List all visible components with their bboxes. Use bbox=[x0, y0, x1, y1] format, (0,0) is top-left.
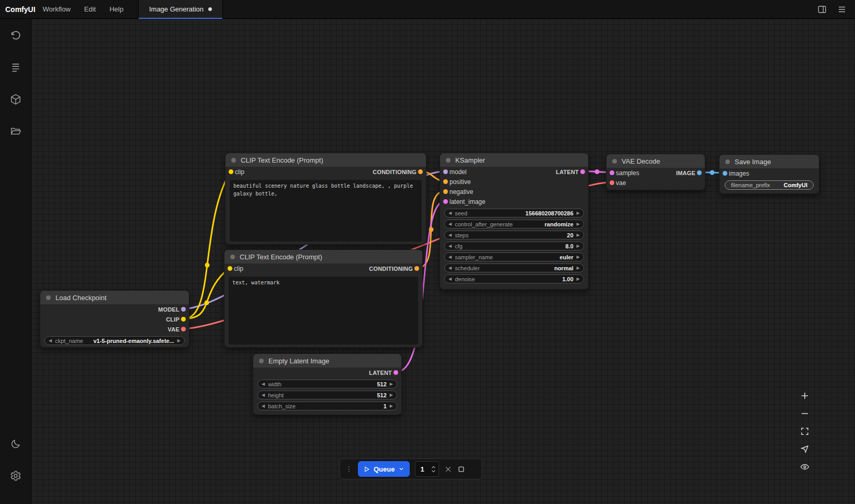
menu-edit[interactable]: Edit bbox=[84, 5, 96, 13]
node-clip-text-encode-negative[interactable]: CLIP Text Encode (Prompt) clip CONDITION… bbox=[224, 249, 423, 348]
port-positive-input[interactable] bbox=[443, 179, 448, 184]
next-value-icon[interactable]: ▶ bbox=[577, 244, 580, 248]
prev-value-icon[interactable]: ◀ bbox=[448, 277, 452, 281]
node-header[interactable]: VAE Decode bbox=[606, 154, 705, 168]
port-latent-image-input[interactable] bbox=[443, 199, 448, 204]
zoom-in-icon[interactable] bbox=[796, 388, 813, 404]
prev-value-icon[interactable]: ◀ bbox=[49, 339, 52, 343]
node-header[interactable]: Empty Latent Image bbox=[253, 354, 401, 368]
settings-gear-icon[interactable] bbox=[5, 465, 26, 486]
tab-image-generation[interactable]: Image Generation bbox=[138, 0, 223, 19]
port-images-input[interactable] bbox=[723, 171, 727, 176]
menu-workflow[interactable]: Workflow bbox=[43, 5, 71, 13]
widget-seed[interactable]: ◀ seed 156680208700286 ▶ bbox=[444, 209, 584, 217]
collapse-dot[interactable] bbox=[446, 158, 451, 163]
fit-view-icon[interactable] bbox=[796, 423, 813, 439]
zoom-out-icon[interactable] bbox=[796, 406, 813, 421]
widget-scheduler[interactable]: ◀ scheduler normal ▶ bbox=[444, 264, 584, 272]
step-down-icon[interactable] bbox=[431, 469, 436, 473]
collapse-dot[interactable] bbox=[259, 359, 264, 363]
prompt-textarea[interactable]: text, watermark bbox=[229, 277, 418, 345]
widget-control-after-generate[interactable]: ◀ control_after_generate randomize ▶ bbox=[444, 220, 584, 228]
widget-batch-size[interactable]: ◀ batch_size 1 ▶ bbox=[257, 402, 397, 410]
widget-width[interactable]: ◀ width 512 ▶ bbox=[257, 380, 397, 388]
prev-value-icon[interactable]: ◀ bbox=[262, 382, 265, 386]
widget-sampler-name[interactable]: ◀ sampler_name euler ▶ bbox=[444, 253, 584, 261]
port-latent-output[interactable] bbox=[393, 370, 398, 375]
node-save-image[interactable]: Save Image images filename_prefix ComfyU… bbox=[719, 154, 819, 194]
next-value-icon[interactable]: ▶ bbox=[577, 222, 580, 226]
widget-steps[interactable]: ◀ steps 20 ▶ bbox=[444, 231, 584, 239]
port-vae-input[interactable] bbox=[610, 180, 614, 185]
step-up-icon[interactable] bbox=[431, 465, 436, 469]
port-conditioning-output[interactable] bbox=[414, 266, 419, 271]
node-empty-latent-image[interactable]: Empty Latent Image LATENT ◀ width 512 ▶ … bbox=[253, 353, 402, 415]
theme-toggle-icon[interactable] bbox=[5, 433, 26, 454]
workflows-folder-icon[interactable] bbox=[5, 121, 26, 142]
chevron-down-icon[interactable] bbox=[398, 466, 404, 472]
next-value-icon[interactable]: ▶ bbox=[390, 393, 393, 397]
node-header[interactable]: Load Checkpoint bbox=[40, 291, 189, 304]
next-value-icon[interactable]: ▶ bbox=[577, 255, 580, 259]
toggle-minimap-eye-icon[interactable] bbox=[796, 459, 813, 475]
next-value-icon[interactable]: ▶ bbox=[577, 211, 580, 215]
cancel-run-icon[interactable] bbox=[444, 465, 452, 473]
node-header[interactable]: KSampler bbox=[440, 153, 588, 167]
prev-value-icon[interactable]: ◀ bbox=[448, 233, 452, 237]
queue-button[interactable]: Queue bbox=[358, 461, 410, 477]
prev-value-icon[interactable]: ◀ bbox=[448, 211, 452, 215]
port-negative-input[interactable] bbox=[443, 189, 448, 194]
node-load-checkpoint[interactable]: Load Checkpoint MODEL CLIP VAE ◀ ckpt_na… bbox=[40, 290, 189, 348]
node-templates-icon[interactable] bbox=[5, 57, 26, 78]
node-header[interactable]: CLIP Text Encode (Prompt) bbox=[224, 250, 422, 264]
widget-label: denoise bbox=[455, 276, 475, 282]
node-vae-decode[interactable]: VAE Decode samples IMAGE vae bbox=[606, 154, 705, 190]
prev-value-icon[interactable]: ◀ bbox=[448, 266, 452, 270]
node-header[interactable]: CLIP Text Encode (Prompt) bbox=[226, 153, 426, 167]
port-clip-output[interactable] bbox=[181, 317, 186, 322]
stop-icon[interactable] bbox=[457, 465, 465, 473]
widget-filename-prefix[interactable]: filename_prefix ComfyUI bbox=[725, 180, 814, 190]
collapse-dot[interactable] bbox=[725, 159, 730, 164]
drag-handle-icon[interactable]: ⋮ bbox=[345, 465, 353, 473]
node-clip-text-encode-positive[interactable]: CLIP Text Encode (Prompt) clip CONDITION… bbox=[225, 153, 426, 245]
widget-denoise[interactable]: ◀ denoise 1.00 ▶ bbox=[444, 274, 584, 283]
prev-value-icon[interactable]: ◀ bbox=[448, 222, 452, 226]
batch-count-stepper[interactable]: 1 bbox=[415, 461, 439, 477]
widget-height[interactable]: ◀ height 512 ▶ bbox=[257, 391, 397, 399]
next-value-icon[interactable]: ▶ bbox=[390, 404, 393, 408]
node-ksampler[interactable]: KSampler model LATENT positive negative … bbox=[440, 153, 589, 290]
port-conditioning-output[interactable] bbox=[418, 169, 423, 174]
next-value-icon[interactable]: ▶ bbox=[390, 382, 393, 386]
port-latent-output[interactable] bbox=[580, 169, 585, 174]
next-value-icon[interactable]: ▶ bbox=[577, 277, 580, 281]
prev-value-icon[interactable]: ◀ bbox=[262, 404, 265, 408]
collapse-dot[interactable] bbox=[46, 295, 51, 300]
next-value-icon[interactable]: ▶ bbox=[577, 233, 580, 237]
port-clip-input[interactable] bbox=[228, 266, 232, 271]
prev-value-icon[interactable]: ◀ bbox=[448, 244, 452, 248]
prompt-textarea[interactable]: beautiful scenery nature glass bottle la… bbox=[230, 180, 422, 242]
workflow-history-icon[interactable] bbox=[5, 25, 26, 46]
prev-value-icon[interactable]: ◀ bbox=[448, 255, 452, 259]
panel-toggle-icon[interactable] bbox=[817, 5, 827, 14]
prev-value-icon[interactable]: ◀ bbox=[262, 393, 265, 397]
port-clip-input[interactable] bbox=[229, 169, 233, 174]
port-model-output[interactable] bbox=[181, 307, 186, 312]
collapse-dot[interactable] bbox=[231, 158, 236, 163]
port-samples-input[interactable] bbox=[610, 170, 614, 175]
next-value-icon[interactable]: ▶ bbox=[177, 339, 181, 343]
pan-mode-icon[interactable] bbox=[796, 441, 813, 457]
menu-help[interactable]: Help bbox=[109, 5, 123, 13]
widget-cfg[interactable]: ◀ cfg 8.0 ▶ bbox=[444, 242, 584, 250]
node-header[interactable]: Save Image bbox=[719, 155, 819, 168]
port-vae-output[interactable] bbox=[181, 327, 186, 331]
next-value-icon[interactable]: ▶ bbox=[577, 266, 580, 270]
model-library-icon[interactable] bbox=[5, 89, 26, 110]
port-model-input[interactable] bbox=[443, 169, 448, 174]
widget-ckpt-name[interactable]: ◀ ckpt_name v1-5-pruned-emaonly.safete..… bbox=[44, 336, 185, 345]
collapse-dot[interactable] bbox=[230, 255, 235, 259]
collapse-dot[interactable] bbox=[612, 159, 617, 164]
hamburger-menu-icon[interactable] bbox=[837, 5, 847, 14]
port-image-output[interactable] bbox=[697, 170, 702, 175]
